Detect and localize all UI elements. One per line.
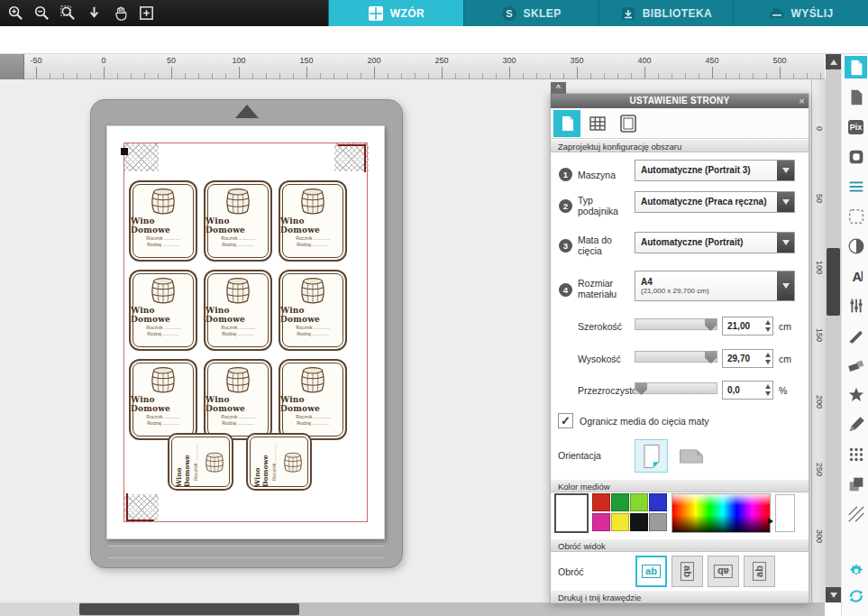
height-input[interactable]: 29,70 [722, 349, 773, 368]
spin-up-icon[interactable] [765, 353, 771, 357]
page-setup-icon[interactable] [845, 56, 867, 78]
rotate-0-button[interactable]: ab [635, 556, 667, 587]
machine-dropdown[interactable]: Automatyczne (Portrait 3) [635, 160, 795, 181]
tab-grid-settings[interactable] [584, 110, 611, 137]
media-color-swatch[interactable] [649, 513, 667, 531]
horizontal-scroll-thumb[interactable] [79, 603, 299, 615]
trace-area-icon[interactable] [845, 205, 867, 227]
adjustments-icon[interactable] [845, 294, 867, 317]
chevron-down-icon[interactable] [777, 233, 794, 253]
custom-color-swatch[interactable] [775, 494, 795, 532]
chevron-down-icon[interactable] [777, 192, 794, 212]
width-slider[interactable] [635, 318, 717, 330]
collapse-icon[interactable]: ^ [551, 82, 566, 94]
chevron-down-icon[interactable] [777, 271, 794, 300]
close-icon[interactable]: × [799, 94, 805, 108]
media-color-swatch[interactable] [592, 513, 610, 531]
vertical-scroll-thumb[interactable] [827, 248, 840, 316]
wine-tag-label[interactable]: Wino Domowe Rocznik ............. [168, 433, 233, 491]
wine-label[interactable]: Wino Domowe Rocznik ............. Rodzaj… [204, 180, 272, 262]
eraser-icon[interactable] [845, 354, 867, 376]
selected-media-color-swatch[interactable] [554, 493, 589, 533]
label-title: Wino Domowe [206, 216, 270, 234]
label-line: Rocznik ............. [193, 444, 198, 481]
rhinestone-icon[interactable] [845, 443, 867, 465]
fit-page-icon[interactable] [135, 3, 157, 24]
ruler-number: -50 [30, 56, 41, 65]
opacity-slider[interactable] [635, 382, 717, 394]
spin-down-icon[interactable] [765, 391, 771, 396]
wine-label[interactable]: Wino Domowe Rocznik ............. Rodzaj… [279, 180, 347, 262]
sync-icon[interactable] [845, 584, 867, 607]
design-page[interactable]: Wino Domowe Rocznik ............. Rodzaj… [106, 125, 385, 539]
pixscan-icon[interactable]: Pix [845, 115, 867, 138]
media-color-swatch[interactable] [649, 493, 667, 511]
slider-handle[interactable] [705, 318, 717, 331]
label-line: Rocznik ............. [146, 414, 180, 418]
wine-label[interactable]: Wino Domowe Rocznik ............. Rodzaj… [129, 359, 197, 440]
media-color-swatch[interactable] [630, 513, 648, 531]
media-color-swatch[interactable] [630, 493, 648, 511]
mat-dropdown[interactable]: Automatyczne (Portrait) [635, 232, 795, 253]
wine-label[interactable]: Wino Domowe Rocznik ............. Rodzaj… [129, 270, 197, 351]
spin-down-icon[interactable] [765, 360, 771, 364]
rotate-90-button[interactable]: ab [672, 556, 703, 587]
settings-gear-icon[interactable] [845, 559, 867, 582]
slider-handle[interactable] [635, 382, 647, 395]
wine-label[interactable]: Wino Domowe Rocznik ............. Rodzaj… [204, 359, 272, 440]
tab-page-setup[interactable] [553, 110, 580, 137]
spin-up-icon[interactable] [765, 320, 771, 325]
tab-wyslij[interactable]: WYŚLIJ [733, 0, 868, 26]
spin-up-icon[interactable] [765, 384, 771, 389]
knife-icon[interactable] [845, 324, 867, 346]
scroll-up-button[interactable] [826, 54, 841, 69]
hatch-icon[interactable] [845, 502, 867, 525]
restrict-media-checkbox[interactable]: ✓ [558, 413, 573, 428]
text-style-icon[interactable]: A [845, 264, 867, 287]
opacity-input[interactable]: 0,0 [722, 381, 773, 400]
orientation-portrait-button[interactable] [635, 439, 668, 473]
zoom-selection-icon[interactable] [57, 3, 78, 24]
wine-label[interactable]: Wino Domowe Rocznik ............. Rodzaj… [129, 180, 197, 262]
tab-regmarks[interactable] [615, 110, 642, 137]
page-shadow-icon[interactable] [845, 86, 867, 108]
height-slider[interactable] [635, 351, 717, 363]
slider-handle[interactable] [705, 351, 717, 363]
spin-down-icon[interactable] [765, 327, 771, 332]
layers-icon[interactable] [845, 473, 867, 495]
media-color-swatch[interactable] [592, 493, 610, 511]
barrel-icon [148, 365, 178, 394]
feed-type-dropdown[interactable]: Automatyczne (Praca ręczna) [635, 191, 795, 213]
rotate-180-button[interactable]: ab [708, 556, 739, 587]
trace-icon[interactable] [845, 234, 867, 257]
orientation-landscape-button[interactable] [674, 439, 708, 473]
draw-icon[interactable] [845, 413, 867, 436]
wine-label[interactable]: Wino Domowe Rocznik ............. Rodzaj… [279, 270, 347, 351]
zoom-out-icon[interactable] [31, 3, 52, 24]
wine-label[interactable]: Wino Domowe Rocznik ............. Rodzaj… [204, 270, 272, 351]
media-color-swatch[interactable] [611, 493, 629, 511]
horizontal-scrollbar[interactable] [0, 602, 825, 616]
zoom-drag-icon[interactable] [83, 3, 105, 24]
zoom-in-icon[interactable] [5, 3, 26, 24]
tab-sklep[interactable]: S SKLEP [463, 0, 598, 26]
tab-wzor[interactable]: WZÓR [328, 0, 463, 26]
rotate-270-button[interactable]: ab [744, 556, 775, 587]
chevron-down-icon[interactable] [777, 161, 794, 180]
width-input[interactable]: 21,00 [722, 317, 773, 336]
wine-label[interactable]: Wino Domowe Rocznik ............. Rodzaj… [279, 359, 347, 440]
right-tool-column: PixA [841, 54, 868, 616]
dropdown-value: Automatyczne (Praca ręczna) [641, 192, 767, 212]
media-size-dropdown[interactable]: A4 (21,000 x 29,700 cm) [635, 271, 795, 301]
star-icon[interactable] [845, 383, 867, 406]
wine-tag-label[interactable]: Wino Domowe Rocznik ............. [246, 433, 312, 491]
color-spectrum[interactable] [672, 493, 771, 533]
offset-icon[interactable] [845, 145, 867, 168]
line-style-icon[interactable] [845, 175, 867, 198]
media-color-swatch[interactable] [611, 513, 629, 531]
media-color-swatches-row1 [592, 493, 669, 511]
vertical-scrollbar[interactable] [826, 54, 841, 602]
pan-icon[interactable] [109, 3, 131, 24]
scroll-down-button[interactable] [826, 587, 841, 602]
tab-biblioteka[interactable]: BIBLIOTEKA [598, 0, 734, 26]
